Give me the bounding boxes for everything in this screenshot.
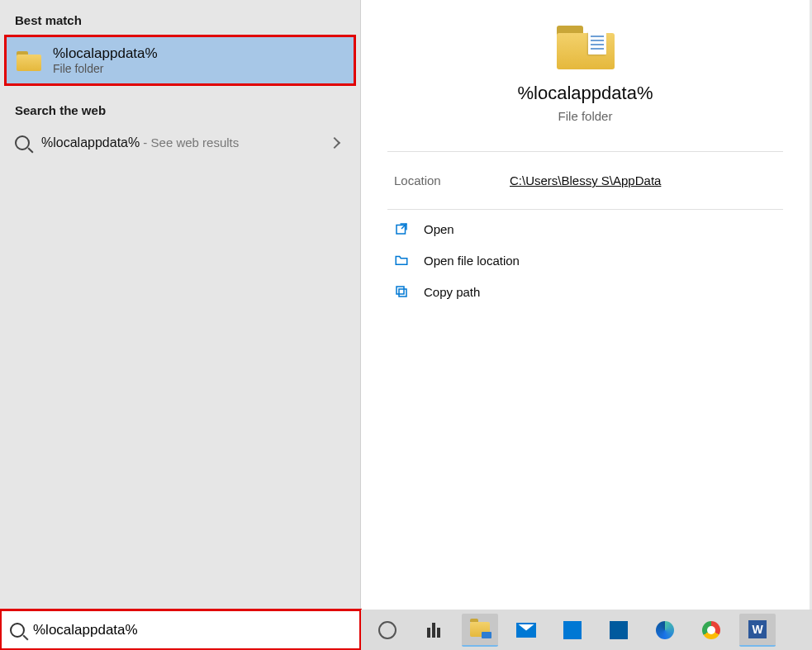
chevron-right-icon bbox=[329, 137, 340, 149]
file-explorer-icon bbox=[470, 622, 490, 637]
search-bar[interactable] bbox=[0, 610, 361, 650]
best-match-result[interactable]: %localappdata% File folder bbox=[5, 36, 355, 85]
folder-icon bbox=[17, 50, 41, 71]
location-path-link[interactable]: C:\Users\Blessy S\AppData bbox=[510, 173, 661, 187]
chrome-icon bbox=[702, 621, 720, 639]
task-view-icon bbox=[427, 623, 440, 638]
copy-icon bbox=[394, 284, 409, 299]
open-action[interactable]: Open bbox=[387, 213, 783, 244]
web-result-suffix: - See web results bbox=[140, 135, 239, 149]
cortana-button[interactable] bbox=[369, 614, 406, 647]
store-button[interactable] bbox=[601, 614, 637, 647]
folder-icon bbox=[557, 23, 615, 69]
best-match-subtitle: File folder bbox=[53, 62, 158, 75]
chrome-button[interactable] bbox=[693, 614, 729, 647]
best-match-title: %localappdata% bbox=[53, 45, 158, 62]
open-file-location-action[interactable]: Open file location bbox=[387, 244, 783, 276]
copy-path-action[interactable]: Copy path bbox=[387, 276, 783, 307]
dell-app-button[interactable] bbox=[554, 614, 591, 647]
location-row: Location C:\Users\Blessy S\AppData bbox=[361, 152, 810, 209]
action-label: Open bbox=[424, 222, 454, 236]
action-label: Copy path bbox=[424, 285, 480, 299]
store-icon bbox=[610, 621, 628, 639]
best-match-text: %localappdata% File folder bbox=[53, 45, 158, 75]
mail-button[interactable] bbox=[508, 614, 544, 647]
search-icon bbox=[15, 135, 30, 150]
svg-rect-2 bbox=[397, 287, 404, 294]
search-input[interactable] bbox=[33, 610, 351, 650]
search-results-panel: Best match %localappdata% File folder Se… bbox=[0, 0, 361, 610]
svg-rect-1 bbox=[399, 289, 406, 297]
open-icon bbox=[394, 221, 409, 236]
preview-title: %localappdata% bbox=[378, 83, 793, 104]
mail-icon bbox=[516, 623, 536, 638]
edge-button[interactable] bbox=[647, 614, 683, 647]
file-explorer-button[interactable] bbox=[462, 614, 498, 647]
preview-subtitle: File folder bbox=[378, 109, 793, 123]
cortana-icon bbox=[378, 621, 397, 639]
task-view-button[interactable] bbox=[415, 614, 452, 647]
preview-panel: %localappdata% File folder Location C:\U… bbox=[361, 0, 810, 610]
section-header-best-match: Best match bbox=[0, 0, 360, 36]
edge-icon bbox=[656, 621, 674, 639]
action-label: Open file location bbox=[424, 254, 520, 268]
word-icon: W bbox=[748, 620, 767, 638]
taskbar: W bbox=[361, 610, 812, 650]
dell-icon bbox=[563, 621, 582, 639]
web-result-text: %localappdata% - See web results bbox=[41, 135, 319, 150]
preview-header: %localappdata% File folder bbox=[361, 0, 810, 151]
action-list: Open Open file location Copy path bbox=[361, 210, 810, 311]
folder-location-icon bbox=[394, 253, 409, 268]
search-icon bbox=[10, 623, 25, 638]
web-result-title: %localappdata% bbox=[41, 135, 140, 149]
section-header-search-web: Search the web bbox=[0, 90, 360, 126]
web-search-result[interactable]: %localappdata% - See web results bbox=[0, 126, 360, 160]
location-label: Location bbox=[394, 173, 510, 187]
word-button[interactable]: W bbox=[739, 614, 776, 647]
document-icon bbox=[588, 31, 606, 55]
